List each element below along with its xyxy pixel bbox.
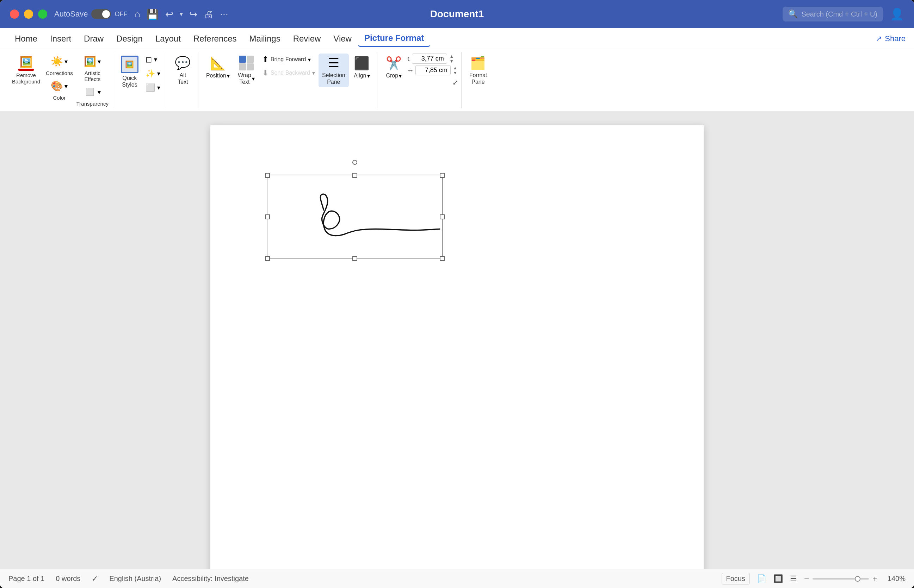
- home-icon[interactable]: ⌂: [134, 8, 140, 20]
- width-input[interactable]: [415, 65, 451, 75]
- view-mode-web[interactable]: 🔲: [773, 574, 783, 583]
- zoom-out[interactable]: −: [804, 574, 809, 584]
- size-inputs: ↕ ▲ ▼ ↔ ▲ ▼ ⤢: [407, 53, 459, 87]
- view-mode-print[interactable]: 📄: [757, 574, 767, 583]
- close-button[interactable]: [10, 10, 19, 19]
- share-button[interactable]: ↗ Share: [875, 34, 906, 43]
- ribbon-group-accessibility: 💬 AltText: [168, 52, 198, 108]
- print-icon[interactable]: 🖨: [204, 8, 214, 20]
- redo-icon[interactable]: ↪: [189, 8, 197, 20]
- rotate-handle[interactable]: [352, 160, 357, 165]
- handle-top-left[interactable]: [265, 173, 270, 178]
- alt-text-button[interactable]: 💬 AltText: [170, 53, 195, 87]
- align-button[interactable]: ⬛ Align ▾: [350, 53, 374, 82]
- menu-review[interactable]: Review: [287, 31, 327, 47]
- statusbar-right: Focus 📄 🔲 ☰ − + 140%: [722, 573, 906, 585]
- picture-layout-button[interactable]: ⬜▾: [143, 82, 163, 94]
- artistic-effects-label: ArtisticEffects: [75, 70, 110, 82]
- selection-pane-button[interactable]: ☰ SelectionPane: [319, 53, 349, 87]
- menu-mailings[interactable]: Mailings: [243, 31, 287, 47]
- minimize-button[interactable]: [24, 10, 33, 19]
- crop-button[interactable]: ✂️ Crop ▾: [382, 53, 406, 82]
- menu-references[interactable]: References: [187, 31, 243, 47]
- height-input[interactable]: [412, 53, 447, 64]
- height-down[interactable]: ▼: [449, 59, 455, 64]
- selected-image[interactable]: [267, 174, 443, 259]
- document-page: [211, 125, 703, 569]
- position-button[interactable]: 📐 Position ▾: [203, 53, 233, 82]
- autosave-toggle[interactable]: [91, 9, 111, 19]
- more-icon[interactable]: ···: [220, 8, 228, 20]
- handle-bottom-middle[interactable]: [352, 256, 357, 261]
- search-icon: 🔍: [788, 10, 798, 19]
- zoom-control: − +: [804, 574, 877, 584]
- undo-icon[interactable]: ↩: [165, 8, 173, 20]
- autosave-state: OFF: [115, 11, 127, 18]
- transparency-button[interactable]: ◻️ ▾: [75, 84, 110, 100]
- menubar: Home Insert Draw Design Layout Reference…: [0, 28, 914, 49]
- document-content: [0, 111, 914, 569]
- autosave-label: AutoSave: [54, 10, 88, 19]
- zoom-thumb[interactable]: [855, 576, 861, 582]
- height-input-row: ↕ ▲ ▼: [407, 53, 459, 64]
- menu-design[interactable]: Design: [110, 31, 149, 47]
- send-backward-button[interactable]: ⬇ Send Backward ▾: [259, 67, 318, 79]
- ribbon-group-arrange: 📐 Position ▾ WrapText ▾: [200, 52, 378, 108]
- corrections-label: Corrections: [44, 70, 75, 76]
- menu-draw[interactable]: Draw: [78, 31, 110, 47]
- language[interactable]: English (Austria): [109, 575, 161, 583]
- expand-size-icon[interactable]: ⤢: [452, 79, 459, 86]
- handle-top-middle[interactable]: [352, 173, 357, 178]
- titlebar-left: AutoSave OFF ⌂ 💾 ↩ ▾ ↪ 🖨 ···: [10, 8, 783, 20]
- signature-image: [267, 175, 442, 258]
- zoom-track[interactable]: [812, 578, 869, 580]
- color-button[interactable]: 🎨 ▾: [44, 78, 75, 94]
- artistic-effects-button[interactable]: 🖼️ ▾: [75, 53, 110, 69]
- focus-button[interactable]: Focus: [722, 573, 750, 585]
- corrections-button[interactable]: ☀️ ▾: [44, 53, 75, 69]
- height-arrows: ▲ ▼: [449, 54, 455, 64]
- menu-layout[interactable]: Layout: [149, 31, 187, 47]
- ribbon-group-format-pane: 🗂️ FormatPane: [463, 52, 494, 108]
- view-mode-outline[interactable]: ☰: [790, 574, 797, 583]
- remove-background-button[interactable]: 🖼️ RemoveBackground: [8, 53, 44, 87]
- autosave-control: AutoSave OFF: [54, 9, 127, 19]
- maximize-button[interactable]: [38, 10, 47, 19]
- handle-middle-left[interactable]: [265, 215, 270, 220]
- width-input-row: ↔ ▲ ▼: [407, 65, 459, 75]
- undo-dropdown-icon[interactable]: ▾: [180, 10, 183, 18]
- handle-bottom-right[interactable]: [440, 256, 445, 261]
- menu-view[interactable]: View: [327, 31, 358, 47]
- handle-bottom-left[interactable]: [265, 256, 270, 261]
- picture-effects-button[interactable]: ✨▾: [143, 68, 163, 79]
- format-pane-button[interactable]: 🗂️ FormatPane: [466, 53, 491, 87]
- ribbon-group-picture-styles: 🖼️ QuickStyles ◻▾ ✨▾ ⬜▾: [115, 52, 166, 108]
- titlebar: AutoSave OFF ⌂ 💾 ↩ ▾ ↪ 🖨 ··· Document1 🔍: [0, 0, 914, 28]
- quick-styles-button[interactable]: 🖼️ QuickStyles: [117, 53, 142, 90]
- menu-picture-format[interactable]: Picture Format: [358, 30, 430, 47]
- menu-insert[interactable]: Insert: [44, 31, 78, 47]
- save-icon[interactable]: 💾: [147, 8, 159, 20]
- search-box[interactable]: 🔍 Search (Cmd + Ctrl + U): [783, 7, 883, 21]
- accessibility[interactable]: Accessibility: Investigate: [172, 575, 249, 583]
- width-up[interactable]: ▲: [452, 66, 459, 70]
- menu-home[interactable]: Home: [8, 31, 44, 47]
- zoom-in[interactable]: +: [872, 574, 877, 584]
- zoom-level[interactable]: 140%: [885, 575, 906, 583]
- width-down[interactable]: ▼: [452, 70, 459, 75]
- height-up[interactable]: ▲: [449, 54, 455, 59]
- transparency-label: Transparency: [75, 101, 110, 107]
- traffic-lights: [10, 10, 47, 19]
- handle-top-right[interactable]: [440, 173, 445, 178]
- share-icon: ↗: [875, 34, 882, 43]
- page-info: Page 1 of 1: [8, 575, 44, 583]
- wrap-text-button[interactable]: WrapText ▾: [234, 53, 259, 87]
- bring-forward-button[interactable]: ⬆ Bring Forward ▾: [259, 53, 318, 66]
- profile-icon[interactable]: 👤: [890, 7, 904, 21]
- ribbon-group-size: ✂️ Crop ▾ ↕ ▲ ▼ ↔: [379, 52, 462, 108]
- handle-middle-right[interactable]: [440, 215, 445, 220]
- picture-border-button[interactable]: ◻▾: [143, 53, 163, 66]
- window-title: Document1: [430, 8, 484, 20]
- word-count: 0 words: [56, 575, 80, 583]
- proofread-icon[interactable]: ✓: [92, 574, 98, 583]
